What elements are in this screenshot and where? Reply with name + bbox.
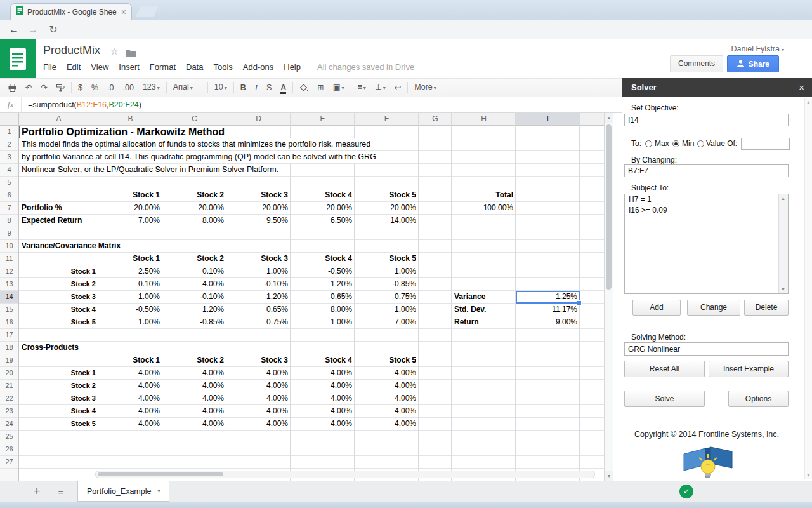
- number-format-button[interactable]: 123▾: [138, 79, 164, 96]
- add-sheet-button[interactable]: +: [28, 483, 46, 500]
- menu-file[interactable]: File: [38, 60, 62, 75]
- cell-A24[interactable]: Stock 5: [19, 418, 98, 430]
- font-size-button[interactable]: 10▾: [210, 79, 232, 96]
- cell-C15[interactable]: 1.20%: [162, 304, 226, 316]
- cell-E24[interactable]: 4.00%: [291, 418, 355, 430]
- menu-view[interactable]: View: [86, 60, 114, 75]
- cell-C14[interactable]: -0.10%: [162, 291, 226, 303]
- sheet-tab[interactable]: Portfolio_Example ▾: [77, 481, 169, 502]
- horizontal-align-button[interactable]: ≡▾: [353, 79, 370, 96]
- column-header-I[interactable]: I: [516, 113, 580, 125]
- options-button[interactable]: Options: [728, 391, 789, 407]
- cell-C13[interactable]: 4.00%: [162, 278, 226, 290]
- cell-B20[interactable]: 4.00%: [98, 367, 162, 379]
- menu-data[interactable]: Data: [181, 60, 208, 75]
- cell-C7[interactable]: 20.00%: [162, 202, 226, 214]
- cell-F16[interactable]: 7.00%: [355, 316, 419, 328]
- scroll-down-icon[interactable]: ▼: [779, 287, 787, 291]
- cell-D6[interactable]: Stock 3: [226, 189, 291, 201]
- cell-E21[interactable]: 4.00%: [291, 380, 355, 392]
- merge-cells-button[interactable]: ▣▾: [329, 79, 349, 96]
- cell-C22[interactable]: 4.00%: [162, 392, 226, 404]
- cell-D24[interactable]: 4.00%: [226, 418, 291, 430]
- cell-A15[interactable]: Stock 4: [19, 304, 98, 316]
- cell-D11[interactable]: Stock 3: [226, 253, 291, 265]
- row-header-7[interactable]: 7: [0, 202, 18, 215]
- cell-B8[interactable]: 7.00%: [98, 215, 162, 227]
- select-all-corner[interactable]: [0, 113, 19, 126]
- close-icon[interactable]: ×: [799, 78, 804, 97]
- cell-I14[interactable]: 1.25%: [516, 291, 580, 303]
- cell-A4[interactable]: Nonlinear Solver, or the LP/Quadratic So…: [19, 164, 282, 176]
- column-header-E[interactable]: E: [291, 113, 355, 125]
- menu-edit[interactable]: Edit: [62, 60, 86, 75]
- cell-C11[interactable]: Stock 2: [162, 253, 226, 265]
- cell-H14[interactable]: Variance: [452, 291, 516, 303]
- row-header-18[interactable]: 18: [0, 342, 18, 354]
- column-header-A[interactable]: A: [19, 113, 98, 125]
- cell-F14[interactable]: 0.75%: [355, 291, 419, 303]
- column-header-F[interactable]: F: [355, 113, 419, 125]
- cell-F22[interactable]: 4.00%: [355, 392, 419, 404]
- min-radio[interactable]: [672, 140, 679, 147]
- menu-add-ons[interactable]: Add-ons: [238, 60, 278, 75]
- max-radio-label[interactable]: Max: [655, 139, 669, 148]
- cell-F11[interactable]: Stock 5: [355, 253, 419, 265]
- value-of-radio[interactable]: [697, 140, 704, 147]
- cell-H7[interactable]: 100.00%: [452, 202, 516, 214]
- cell-B7[interactable]: 20.00%: [98, 202, 162, 214]
- cell-E13[interactable]: 1.20%: [291, 278, 355, 290]
- formula-input[interactable]: =sumproduct(B12:F16,B20:F24): [22, 100, 141, 109]
- cell-D15[interactable]: 0.65%: [226, 304, 291, 316]
- borders-button[interactable]: ⊞: [313, 80, 328, 95]
- font-family-button[interactable]: Arial▾: [169, 79, 206, 96]
- menu-help[interactable]: Help: [278, 60, 306, 75]
- refresh-icon[interactable]: ↻: [46, 22, 61, 37]
- cell-D20[interactable]: 4.00%: [226, 367, 291, 379]
- cell-A13[interactable]: Stock 2: [19, 278, 98, 290]
- paint-format-icon[interactable]: [52, 80, 69, 95]
- row-header-14[interactable]: 14: [0, 291, 18, 304]
- cell-E11[interactable]: Stock 4: [291, 253, 355, 265]
- solve-button[interactable]: Solve: [624, 391, 705, 407]
- new-tab-button[interactable]: [136, 6, 159, 17]
- row-header-23[interactable]: 23: [0, 405, 18, 418]
- cell-A14[interactable]: Stock 3: [19, 291, 98, 303]
- scroll-up-icon[interactable]: ▲: [605, 113, 613, 123]
- comments-button[interactable]: Comments: [670, 55, 723, 72]
- cell-D7[interactable]: 20.00%: [226, 202, 291, 214]
- cell-B12[interactable]: 2.50%: [98, 265, 162, 277]
- scroll-down-icon[interactable]: ▼: [605, 471, 613, 481]
- tab-close-icon[interactable]: ×: [121, 8, 126, 17]
- cell-A10[interactable]: Variance/Covariance Matrix: [19, 240, 124, 252]
- decrease-decimals-button[interactable]: .0: [103, 80, 118, 95]
- row-header-22[interactable]: 22: [0, 392, 18, 405]
- cell-E15[interactable]: 8.00%: [291, 304, 355, 316]
- cell-B19[interactable]: Stock 1: [98, 354, 162, 366]
- cell-A2[interactable]: This model finds the optimal allocation …: [19, 138, 374, 150]
- cell-A12[interactable]: Stock 1: [19, 265, 98, 277]
- cell-A1[interactable]: Portfolio Optimization - Markowitz Metho…: [19, 126, 228, 138]
- redo-button[interactable]: ↷: [36, 80, 51, 95]
- column-header-D[interactable]: D: [226, 113, 291, 125]
- objective-input[interactable]: I14: [624, 114, 789, 126]
- text-wrap-button[interactable]: ↩: [390, 80, 405, 95]
- cell-F21[interactable]: 4.00%: [355, 380, 419, 392]
- cell-D16[interactable]: 0.75%: [226, 316, 291, 328]
- row-header-24[interactable]: 24: [0, 418, 18, 431]
- bold-button[interactable]: B: [236, 80, 251, 95]
- cell-E12[interactable]: -0.50%: [291, 265, 355, 277]
- row-header-8[interactable]: 8: [0, 215, 18, 227]
- constraints-listbox[interactable]: H7 = 1I16 >= 0.09 ▲ ▼: [624, 194, 789, 294]
- cell-C20[interactable]: 4.00%: [162, 367, 226, 379]
- row-header-21[interactable]: 21: [0, 380, 18, 392]
- format-percent-button[interactable]: %: [87, 80, 103, 95]
- cell-F20[interactable]: 4.00%: [355, 367, 419, 379]
- row-header-1[interactable]: 1: [0, 126, 18, 138]
- add-button[interactable]: Add: [632, 300, 681, 316]
- share-button[interactable]: Share: [727, 55, 779, 72]
- cell-D8[interactable]: 9.50%: [226, 215, 291, 227]
- selection-fill-handle[interactable]: [577, 300, 582, 305]
- cell-C8[interactable]: 8.00%: [162, 215, 226, 227]
- back-icon[interactable]: ←: [6, 22, 22, 37]
